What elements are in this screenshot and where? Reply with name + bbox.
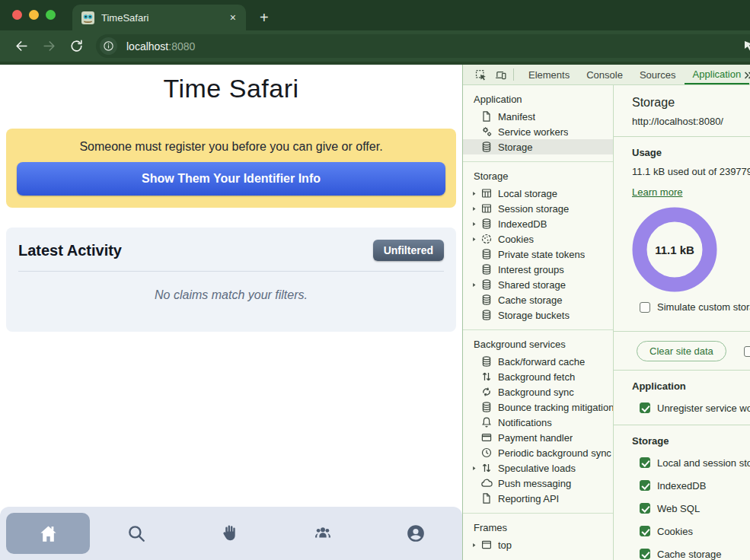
expand-caret-icon[interactable] xyxy=(471,541,480,549)
bottom-navigation xyxy=(0,507,462,560)
maximize-window-button[interactable] xyxy=(46,10,56,20)
check-row-cache-storage: Cache storage xyxy=(640,547,750,560)
nav-contacts-button[interactable] xyxy=(276,523,369,543)
learn-more-link[interactable]: Learn more xyxy=(632,186,682,198)
tree-item-local-storage[interactable]: Local storage xyxy=(463,186,613,201)
tree-item-indexeddb[interactable]: IndexedDB xyxy=(463,216,613,231)
checkbox[interactable] xyxy=(640,457,650,468)
clear-site-data-button[interactable]: Clear site data xyxy=(637,341,726,361)
people-icon xyxy=(313,523,333,543)
tree-item-periodic-background-sync[interactable]: Periodic background sync xyxy=(463,445,613,460)
tab-close-icon[interactable]: × xyxy=(228,11,238,24)
tree-item-payment-handler[interactable]: Payment handler xyxy=(463,430,613,445)
forward-icon[interactable] xyxy=(35,35,62,58)
panel-divider xyxy=(614,136,750,137)
checkbox[interactable] xyxy=(640,402,650,413)
tree-item-label: Session storage xyxy=(498,203,569,215)
panel-divider xyxy=(614,425,750,425)
unfiltered-button[interactable]: Unfiltered xyxy=(373,240,444,261)
sidebar-section-title: Storage xyxy=(463,162,613,186)
gear-icon xyxy=(480,126,493,138)
database-icon xyxy=(480,248,493,260)
tree-item-cache-storage[interactable]: Cache storage xyxy=(463,292,613,307)
new-tab-button[interactable]: + xyxy=(260,5,269,30)
expand-caret-icon[interactable] xyxy=(471,189,480,197)
storage-check-list: Local and session storIndexedDBWeb SQLCo… xyxy=(614,456,750,560)
caret-spacer xyxy=(471,373,480,380)
tree-item-manifest[interactable]: Manifest xyxy=(463,109,613,124)
tree-item-storage[interactable]: Storage xyxy=(463,139,613,154)
caret-spacer xyxy=(471,449,480,457)
checkbox[interactable] xyxy=(640,503,650,514)
tree-item-session-storage[interactable]: Session storage xyxy=(463,201,613,216)
expand-caret-icon[interactable] xyxy=(471,464,480,472)
nav-search-button[interactable] xyxy=(90,523,183,543)
tree-item-interest-groups[interactable]: Interest groups xyxy=(463,262,613,277)
simulate-storage-checkbox[interactable] xyxy=(640,302,650,313)
expand-caret-icon[interactable] xyxy=(471,220,480,228)
reload-icon[interactable] xyxy=(62,35,90,58)
devtools-tab-console[interactable]: Console xyxy=(578,65,631,84)
expand-caret-icon[interactable] xyxy=(471,205,480,212)
address-bar[interactable]: localhost :8080 xyxy=(96,34,750,58)
inspect-element-icon[interactable] xyxy=(471,65,490,84)
nav-home-button[interactable] xyxy=(6,513,90,554)
page-content: Time Safari Someone must register you be… xyxy=(0,65,462,560)
database-icon xyxy=(480,294,493,306)
tree-item-private-state-tokens[interactable]: Private state tokens xyxy=(463,247,613,262)
checkbox[interactable] xyxy=(640,526,650,536)
tree-item-label: Push messaging xyxy=(498,478,571,489)
tree-item-service-workers[interactable]: Service workers xyxy=(463,124,613,139)
search-icon xyxy=(126,523,146,543)
expand-caret-icon[interactable] xyxy=(471,281,480,288)
application-check-list: Unregister service wor xyxy=(614,401,750,415)
home-icon xyxy=(38,523,59,544)
tree-item-top[interactable]: top xyxy=(463,537,613,552)
browser-tab[interactable]: TimeSafari × xyxy=(72,5,246,30)
tree-item-speculative-loads[interactable]: Speculative loads xyxy=(463,460,613,476)
checkbox-label: Cache storage xyxy=(657,549,722,560)
devtools-toolbar: ElementsConsoleSourcesApplication xyxy=(463,65,750,85)
close-window-button[interactable] xyxy=(12,10,22,20)
caret-spacer xyxy=(471,113,480,120)
tree-item-reporting-api[interactable]: Reporting API xyxy=(463,491,613,506)
nav-profile-button[interactable] xyxy=(369,523,462,543)
checkbox[interactable] xyxy=(640,480,650,491)
include-cookies-checkbox[interactable] xyxy=(744,346,750,357)
tree-item-shared-storage[interactable]: Shared storage xyxy=(463,277,613,292)
tree-item-back-forward-cache[interactable]: Back/forward cache xyxy=(463,354,613,369)
back-icon[interactable] xyxy=(8,35,35,58)
tree-item-label: Private state tokens xyxy=(498,249,585,260)
devtools-tab-sources[interactable]: Sources xyxy=(631,65,685,84)
bell-icon xyxy=(480,416,493,428)
tree-item-bounce-tracking-mitigation[interactable]: Bounce tracking mitigation xyxy=(463,399,613,415)
tree-item-cookies[interactable]: Cookies xyxy=(463,231,613,247)
tree-item-push-messaging[interactable]: Push messaging xyxy=(463,476,613,491)
browser-toolbar: localhost :8080 xyxy=(0,30,750,62)
sidebar-section-title: Frames xyxy=(463,514,613,537)
fetch-icon xyxy=(480,371,493,383)
nav-projects-button[interactable] xyxy=(183,523,276,543)
minimize-window-button[interactable] xyxy=(29,10,39,20)
window-controls xyxy=(12,10,56,20)
expand-caret-icon[interactable] xyxy=(471,235,480,243)
site-info-icon[interactable] xyxy=(100,37,117,55)
frame-icon xyxy=(480,539,493,551)
tree-item-label: Background fetch xyxy=(498,371,575,383)
caret-spacer xyxy=(471,358,480,365)
sidebar-section-title: Application xyxy=(463,85,613,109)
checkbox-label: Unregister service wor xyxy=(657,402,750,414)
cloud-icon xyxy=(480,477,493,489)
tree-item-storage-buckets[interactable]: Storage buckets xyxy=(463,307,613,323)
device-toolbar-icon[interactable] xyxy=(490,65,510,84)
storage-origin: http://localhost:8080/ xyxy=(632,116,750,127)
more-tabs-icon[interactable] xyxy=(742,69,750,81)
tree-item-background-sync[interactable]: Background sync xyxy=(463,384,613,399)
devtools-tab-application[interactable]: Application xyxy=(685,65,750,84)
tree-item-background-fetch[interactable]: Background fetch xyxy=(463,369,613,384)
show-identifier-info-button[interactable]: Show Them Your Identifier Info xyxy=(17,162,445,196)
checkbox[interactable] xyxy=(640,549,650,559)
tree-item-notifications[interactable]: Notifications xyxy=(463,415,613,430)
caret-spacer xyxy=(471,128,480,135)
devtools-tab-elements[interactable]: Elements xyxy=(520,65,578,84)
